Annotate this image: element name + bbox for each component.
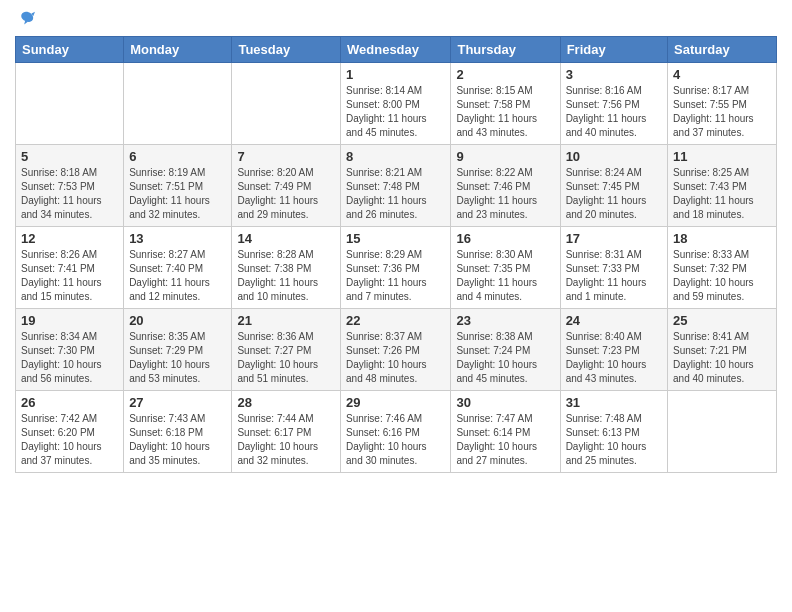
calendar-cell: 10Sunrise: 8:24 AM Sunset: 7:45 PM Dayli…: [560, 145, 667, 227]
calendar-cell: 1Sunrise: 8:14 AM Sunset: 8:00 PM Daylig…: [341, 63, 451, 145]
day-number: 6: [129, 149, 226, 164]
logo-bird-icon: [17, 10, 35, 28]
calendar-cell: 25Sunrise: 8:41 AM Sunset: 7:21 PM Dayli…: [668, 309, 777, 391]
calendar-cell: [16, 63, 124, 145]
day-number: 20: [129, 313, 226, 328]
calendar-cell: 4Sunrise: 8:17 AM Sunset: 7:55 PM Daylig…: [668, 63, 777, 145]
day-number: 5: [21, 149, 118, 164]
calendar-cell: 18Sunrise: 8:33 AM Sunset: 7:32 PM Dayli…: [668, 227, 777, 309]
day-info: Sunrise: 8:40 AM Sunset: 7:23 PM Dayligh…: [566, 330, 662, 386]
day-info: Sunrise: 8:31 AM Sunset: 7:33 PM Dayligh…: [566, 248, 662, 304]
day-info: Sunrise: 7:43 AM Sunset: 6:18 PM Dayligh…: [129, 412, 226, 468]
calendar-header-row: SundayMondayTuesdayWednesdayThursdayFrid…: [16, 37, 777, 63]
day-number: 29: [346, 395, 445, 410]
calendar-cell: [668, 391, 777, 473]
day-number: 14: [237, 231, 335, 246]
header: [15, 10, 777, 28]
calendar-cell: 6Sunrise: 8:19 AM Sunset: 7:51 PM Daylig…: [124, 145, 232, 227]
day-number: 27: [129, 395, 226, 410]
day-number: 7: [237, 149, 335, 164]
day-info: Sunrise: 8:15 AM Sunset: 7:58 PM Dayligh…: [456, 84, 554, 140]
day-number: 19: [21, 313, 118, 328]
calendar-cell: 30Sunrise: 7:47 AM Sunset: 6:14 PM Dayli…: [451, 391, 560, 473]
calendar-cell: 31Sunrise: 7:48 AM Sunset: 6:13 PM Dayli…: [560, 391, 667, 473]
day-info: Sunrise: 8:34 AM Sunset: 7:30 PM Dayligh…: [21, 330, 118, 386]
weekday-header-wednesday: Wednesday: [341, 37, 451, 63]
calendar-cell: 15Sunrise: 8:29 AM Sunset: 7:36 PM Dayli…: [341, 227, 451, 309]
day-info: Sunrise: 8:18 AM Sunset: 7:53 PM Dayligh…: [21, 166, 118, 222]
day-info: Sunrise: 8:41 AM Sunset: 7:21 PM Dayligh…: [673, 330, 771, 386]
day-info: Sunrise: 8:29 AM Sunset: 7:36 PM Dayligh…: [346, 248, 445, 304]
day-number: 2: [456, 67, 554, 82]
day-info: Sunrise: 8:27 AM Sunset: 7:40 PM Dayligh…: [129, 248, 226, 304]
day-info: Sunrise: 8:30 AM Sunset: 7:35 PM Dayligh…: [456, 248, 554, 304]
day-info: Sunrise: 8:24 AM Sunset: 7:45 PM Dayligh…: [566, 166, 662, 222]
day-info: Sunrise: 8:33 AM Sunset: 7:32 PM Dayligh…: [673, 248, 771, 304]
day-number: 1: [346, 67, 445, 82]
calendar-cell: 23Sunrise: 8:38 AM Sunset: 7:24 PM Dayli…: [451, 309, 560, 391]
day-info: Sunrise: 8:19 AM Sunset: 7:51 PM Dayligh…: [129, 166, 226, 222]
calendar-cell: 5Sunrise: 8:18 AM Sunset: 7:53 PM Daylig…: [16, 145, 124, 227]
day-number: 9: [456, 149, 554, 164]
day-number: 30: [456, 395, 554, 410]
calendar-cell: [124, 63, 232, 145]
day-number: 15: [346, 231, 445, 246]
day-number: 8: [346, 149, 445, 164]
calendar-cell: 14Sunrise: 8:28 AM Sunset: 7:38 PM Dayli…: [232, 227, 341, 309]
calendar-cell: 2Sunrise: 8:15 AM Sunset: 7:58 PM Daylig…: [451, 63, 560, 145]
calendar-week-row: 19Sunrise: 8:34 AM Sunset: 7:30 PM Dayli…: [16, 309, 777, 391]
calendar-cell: 26Sunrise: 7:42 AM Sunset: 6:20 PM Dayli…: [16, 391, 124, 473]
day-number: 21: [237, 313, 335, 328]
weekday-header-saturday: Saturday: [668, 37, 777, 63]
day-info: Sunrise: 8:28 AM Sunset: 7:38 PM Dayligh…: [237, 248, 335, 304]
calendar-cell: 13Sunrise: 8:27 AM Sunset: 7:40 PM Dayli…: [124, 227, 232, 309]
day-number: 17: [566, 231, 662, 246]
day-number: 23: [456, 313, 554, 328]
calendar-cell: 27Sunrise: 7:43 AM Sunset: 6:18 PM Dayli…: [124, 391, 232, 473]
calendar-cell: 3Sunrise: 8:16 AM Sunset: 7:56 PM Daylig…: [560, 63, 667, 145]
calendar-cell: 22Sunrise: 8:37 AM Sunset: 7:26 PM Dayli…: [341, 309, 451, 391]
calendar-cell: 11Sunrise: 8:25 AM Sunset: 7:43 PM Dayli…: [668, 145, 777, 227]
day-info: Sunrise: 8:25 AM Sunset: 7:43 PM Dayligh…: [673, 166, 771, 222]
day-number: 10: [566, 149, 662, 164]
day-info: Sunrise: 8:35 AM Sunset: 7:29 PM Dayligh…: [129, 330, 226, 386]
calendar-table: SundayMondayTuesdayWednesdayThursdayFrid…: [15, 36, 777, 473]
day-number: 12: [21, 231, 118, 246]
day-number: 3: [566, 67, 662, 82]
day-number: 16: [456, 231, 554, 246]
logo: [15, 10, 35, 28]
calendar-cell: 24Sunrise: 8:40 AM Sunset: 7:23 PM Dayli…: [560, 309, 667, 391]
day-info: Sunrise: 8:37 AM Sunset: 7:26 PM Dayligh…: [346, 330, 445, 386]
calendar-cell: 8Sunrise: 8:21 AM Sunset: 7:48 PM Daylig…: [341, 145, 451, 227]
calendar-cell: 29Sunrise: 7:46 AM Sunset: 6:16 PM Dayli…: [341, 391, 451, 473]
day-info: Sunrise: 7:42 AM Sunset: 6:20 PM Dayligh…: [21, 412, 118, 468]
page: SundayMondayTuesdayWednesdayThursdayFrid…: [0, 0, 792, 612]
weekday-header-thursday: Thursday: [451, 37, 560, 63]
day-info: Sunrise: 7:44 AM Sunset: 6:17 PM Dayligh…: [237, 412, 335, 468]
calendar-week-row: 26Sunrise: 7:42 AM Sunset: 6:20 PM Dayli…: [16, 391, 777, 473]
day-number: 28: [237, 395, 335, 410]
day-info: Sunrise: 8:21 AM Sunset: 7:48 PM Dayligh…: [346, 166, 445, 222]
day-info: Sunrise: 8:38 AM Sunset: 7:24 PM Dayligh…: [456, 330, 554, 386]
weekday-header-sunday: Sunday: [16, 37, 124, 63]
calendar-week-row: 5Sunrise: 8:18 AM Sunset: 7:53 PM Daylig…: [16, 145, 777, 227]
day-number: 26: [21, 395, 118, 410]
day-info: Sunrise: 7:46 AM Sunset: 6:16 PM Dayligh…: [346, 412, 445, 468]
calendar-cell: 17Sunrise: 8:31 AM Sunset: 7:33 PM Dayli…: [560, 227, 667, 309]
day-info: Sunrise: 8:36 AM Sunset: 7:27 PM Dayligh…: [237, 330, 335, 386]
day-number: 22: [346, 313, 445, 328]
day-info: Sunrise: 8:22 AM Sunset: 7:46 PM Dayligh…: [456, 166, 554, 222]
calendar-week-row: 1Sunrise: 8:14 AM Sunset: 8:00 PM Daylig…: [16, 63, 777, 145]
calendar-cell: 16Sunrise: 8:30 AM Sunset: 7:35 PM Dayli…: [451, 227, 560, 309]
day-info: Sunrise: 8:14 AM Sunset: 8:00 PM Dayligh…: [346, 84, 445, 140]
calendar-cell: 20Sunrise: 8:35 AM Sunset: 7:29 PM Dayli…: [124, 309, 232, 391]
day-number: 31: [566, 395, 662, 410]
calendar-cell: 21Sunrise: 8:36 AM Sunset: 7:27 PM Dayli…: [232, 309, 341, 391]
day-info: Sunrise: 8:17 AM Sunset: 7:55 PM Dayligh…: [673, 84, 771, 140]
calendar-cell: 19Sunrise: 8:34 AM Sunset: 7:30 PM Dayli…: [16, 309, 124, 391]
calendar-cell: 7Sunrise: 8:20 AM Sunset: 7:49 PM Daylig…: [232, 145, 341, 227]
day-number: 13: [129, 231, 226, 246]
day-number: 11: [673, 149, 771, 164]
day-info: Sunrise: 8:16 AM Sunset: 7:56 PM Dayligh…: [566, 84, 662, 140]
weekday-header-friday: Friday: [560, 37, 667, 63]
